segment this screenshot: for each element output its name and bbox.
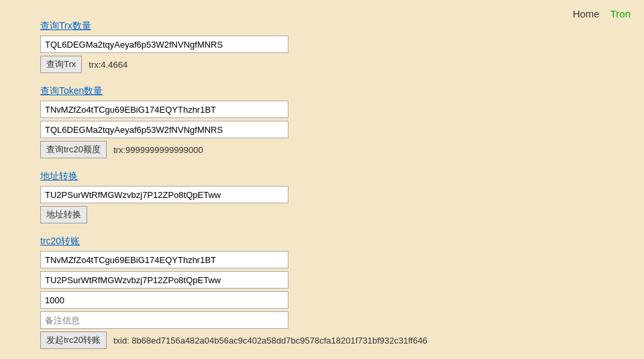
query-token-title: 查询Token数量: [40, 85, 604, 97]
query-trx-section: 查询Trx数量 查询Trx trx:4.4664: [40, 20, 604, 73]
navigation: Home Tron: [573, 8, 631, 19]
address-convert-title: 地址转换: [40, 170, 604, 183]
address-convert-section: 地址转换 地址转换: [40, 170, 604, 223]
address-convert-input[interactable]: [40, 186, 288, 203]
tron-link[interactable]: Tron: [610, 8, 631, 19]
trc20-transfer-result: txid: 8b68ed7156a482a04b56ac9c402a58dd7b…: [113, 336, 427, 346]
main-content: 查询Trx数量 查询Trx trx:4.4664 查询Token数量 查询trc…: [0, 7, 644, 359]
address-convert-button[interactable]: 地址转换: [40, 206, 87, 223]
trc20-address1-input[interactable]: [40, 251, 288, 268]
query-trx-address-input[interactable]: [40, 36, 288, 53]
address-convert-row: 地址转换: [40, 206, 604, 223]
trc20-memo-input[interactable]: [40, 311, 288, 329]
query-token-row: 查询trc20额度 trx:9999999999999000: [40, 141, 604, 158]
query-trx-button[interactable]: 查询Trx: [40, 56, 82, 73]
query-token-address1-input[interactable]: [40, 101, 288, 118]
query-trx-result: trx:4.4664: [89, 60, 127, 70]
trc20-transfer-row: 发起trc20转账 txid: 8b68ed7156a482a04b56ac9c…: [40, 331, 604, 349]
home-link[interactable]: Home: [573, 8, 600, 19]
trc20-transfer-title: trc20转账: [40, 236, 604, 248]
query-token-section: 查询Token数量 查询trc20额度 trx:9999999999999000: [40, 85, 604, 158]
query-token-result: trx:9999999999999000: [113, 145, 203, 155]
query-trx-row: 查询Trx trx:4.4664: [40, 56, 604, 73]
query-trx-title: 查询Trx数量: [40, 20, 604, 32]
trc20-transfer-section: trc20转账 发起trc20转账 txid: 8b68ed7156a482a0…: [40, 236, 604, 349]
query-token-button[interactable]: 查询trc20额度: [40, 141, 107, 158]
trc20-transfer-button[interactable]: 发起trc20转账: [40, 331, 107, 349]
trc20-amount-input[interactable]: [40, 291, 288, 309]
trc20-address2-input[interactable]: [40, 271, 288, 289]
query-token-address2-input[interactable]: [40, 121, 288, 138]
